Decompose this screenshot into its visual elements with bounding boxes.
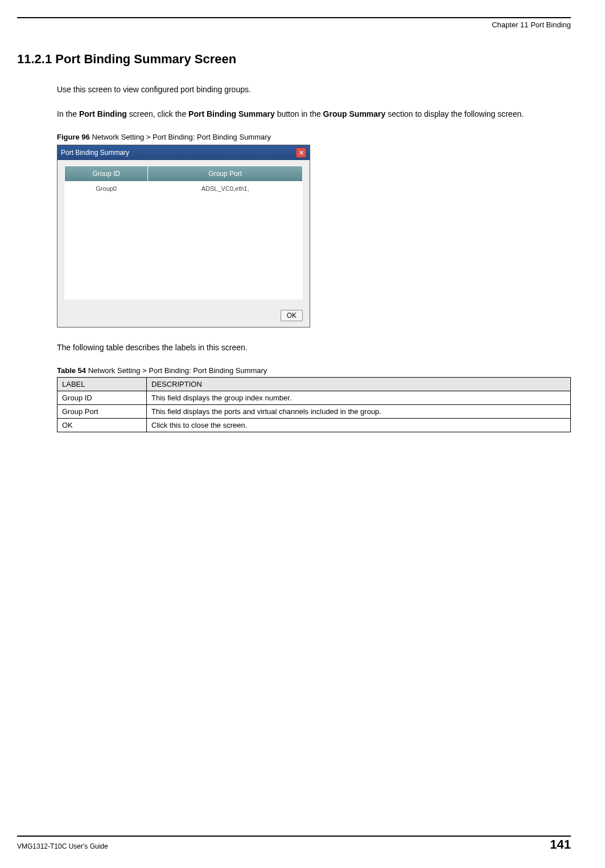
dialog-body: Group ID Group Port Group0 ADSL_VC0,eth1… [64,166,303,300]
dialog-col-group-port: Group Port [148,166,303,182]
dialog-cell-group-port: ADSL_VC0,eth1, [148,182,303,196]
figure-number: Figure 96 [57,133,90,141]
row-desc: Click this to close the screen. [147,419,571,432]
close-icon[interactable]: ✕ [296,148,306,158]
dialog-footer: OK [57,305,310,327]
p2-bold-1: Port Binding [79,109,127,118]
desc-header-label: LABEL [57,378,147,391]
p2-text-c: screen, click the [127,109,188,118]
table-intro-paragraph: The following table describes the labels… [57,342,571,354]
row-desc: This field displays the group index numb… [147,391,571,405]
p2-text-a: In the [57,109,79,118]
page-container: Chapter 11 Port Binding 11.2.1 Port Bind… [0,0,605,868]
p2-text-e: button in the [275,109,323,118]
table-text: Network Setting > Port Binding: Port Bin… [86,366,267,375]
description-table: LABEL DESCRIPTION Group ID This field di… [57,377,571,432]
dialog-cell-group-id: Group0 [65,182,148,196]
footer-rule [17,836,571,837]
dialog-table-header-row: Group ID Group Port [65,166,303,182]
table-number: Table 54 [57,366,86,375]
ok-button[interactable]: OK [281,310,303,321]
footer-page-number: 141 [550,837,571,852]
footer-row: VMG1312-T10C User's Guide 141 [17,837,571,852]
row-label: Group Port [57,405,147,419]
table-row: Group Port This field displays the ports… [57,405,571,419]
figure-caption: Figure 96 Network Setting > Port Binding… [57,133,571,141]
p2-text-g: section to display the following screen. [385,109,524,118]
dialog-box: Port Binding Summary ✕ Group ID Group Po… [57,145,310,327]
dialog-table: Group ID Group Port Group0 ADSL_VC0,eth1… [64,166,303,195]
row-desc: This field displays the ports and virtua… [147,405,571,419]
dialog-titlebar: Port Binding Summary ✕ [57,145,310,160]
dialog-table-row: Group0 ADSL_VC0,eth1, [65,182,303,196]
intro-paragraph-2: In the Port Binding screen, click the Po… [57,108,571,120]
header-rule [17,17,571,18]
table-caption: Table 54 Network Setting > Port Binding:… [57,366,571,375]
table-row: Group ID This field displays the group i… [57,391,571,405]
chapter-label: Chapter 11 Port Binding [17,21,571,29]
row-label: Group ID [57,391,147,405]
desc-header-description: DESCRIPTION [147,378,571,391]
p2-bold-3: Group Summary [323,109,386,118]
figure-text: Network Setting > Port Binding: Port Bin… [90,133,271,141]
dialog-title: Port Binding Summary [61,149,129,157]
row-label: OK [57,419,147,432]
p2-bold-2: Port Binding Summary [188,109,275,118]
footer-guide-name: VMG1312-T10C User's Guide [17,842,108,850]
table-row: OK Click this to close the screen. [57,419,571,432]
dialog-col-group-id: Group ID [65,166,148,182]
intro-paragraph-1: Use this screen to view configured port … [57,84,571,96]
desc-header-row: LABEL DESCRIPTION [57,378,571,391]
section-heading: 11.2.1 Port Binding Summary Screen [17,52,571,67]
